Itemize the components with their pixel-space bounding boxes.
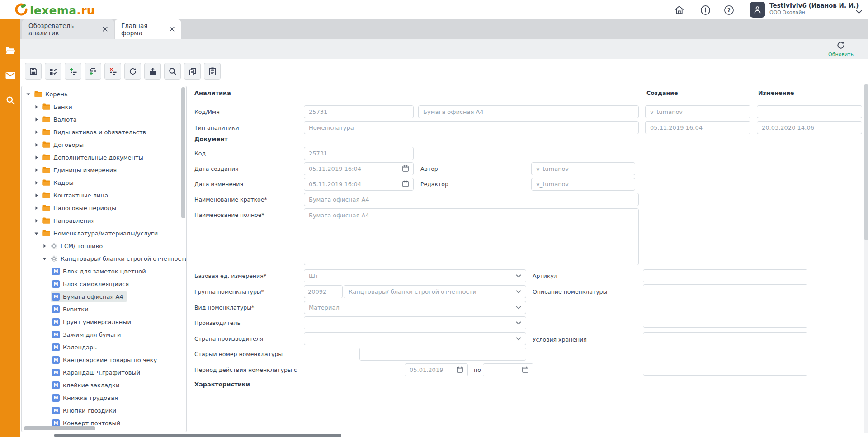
chevron-collapsed-icon[interactable]: [42, 244, 47, 248]
save-button[interactable]: [25, 63, 42, 80]
tab-main-form[interactable]: Главная форма: [115, 19, 181, 39]
chevron-collapsed-icon[interactable]: [34, 117, 39, 122]
tree-item[interactable]: Валюта: [22, 113, 181, 126]
storage-textarea[interactable]: [643, 332, 807, 376]
home-icon[interactable]: [674, 5, 684, 15]
refresh-button[interactable]: Обновить: [824, 40, 858, 57]
mail-icon[interactable]: [5, 70, 16, 81]
tree-item[interactable]: ГСМ/ топливо: [22, 240, 181, 252]
tree-item[interactable]: Налоговые периоды: [22, 202, 181, 214]
tree-item[interactable]: МКалендарь: [22, 341, 181, 353]
tree-item[interactable]: Виды активов и обязательств: [22, 126, 181, 138]
chevron-expanded-icon[interactable]: [26, 92, 31, 96]
select-elements-button[interactable]: [45, 63, 61, 80]
calendar-icon[interactable]: [457, 366, 463, 374]
tree-horizontal-scrollbar[interactable]: [24, 426, 95, 430]
refresh-button[interactable]: [124, 63, 141, 80]
chevron-collapsed-icon[interactable]: [34, 193, 39, 197]
tree-item[interactable]: МГрунт универсальный: [22, 315, 181, 328]
chevron-collapsed-icon[interactable]: [34, 143, 39, 147]
old-number-input[interactable]: [359, 348, 526, 361]
chevron-expanded-icon[interactable]: [42, 257, 47, 261]
close-icon[interactable]: [103, 27, 108, 32]
tree-item[interactable]: Единицы измерения: [22, 164, 181, 176]
tree-item[interactable]: МКарандаш ч.графитовый: [22, 366, 181, 379]
paste-button[interactable]: [204, 63, 221, 80]
calendar-icon[interactable]: [402, 180, 409, 188]
chevron-collapsed-icon[interactable]: [34, 181, 39, 185]
code-input[interactable]: 25731: [304, 105, 414, 118]
tree-item[interactable]: Кадры: [22, 176, 181, 189]
page-horizontal-scrollbar[interactable]: [54, 434, 341, 437]
doc-code-input[interactable]: 25731: [304, 147, 414, 160]
article-input[interactable]: [643, 269, 807, 282]
chevron-collapsed-icon[interactable]: [34, 206, 39, 210]
user-menu[interactable]: TestIvIvIv6 (Иванов И. И.) ООО Эколайн: [769, 2, 859, 16]
date-created-input[interactable]: 05.11.2019 16:04: [304, 162, 414, 175]
calendar-icon[interactable]: [522, 366, 528, 374]
tree-item[interactable]: Корень: [22, 88, 181, 100]
date-modified-input[interactable]: 05.11.2019 16:04: [304, 178, 414, 191]
tree-vertical-scrollbar[interactable]: [181, 87, 185, 218]
tree-item[interactable]: Мклейкие закладки: [22, 379, 181, 391]
tree-item[interactable]: МКнижка трудовая: [22, 391, 181, 404]
tree-item[interactable]: Дополнительные документы: [22, 151, 181, 164]
editor-input[interactable]: v_tumanov: [531, 178, 635, 191]
group-code-input[interactable]: 20092: [304, 285, 343, 298]
tree-item[interactable]: МБумага офисная А4: [22, 290, 181, 303]
tree-item[interactable]: МВизитки: [22, 303, 181, 315]
chevron-collapsed-icon[interactable]: [34, 130, 39, 134]
full-name-textarea[interactable]: Бумага офисная А4: [304, 208, 639, 265]
created-user-input[interactable]: v_tumanov: [645, 105, 750, 118]
info-icon[interactable]: [700, 5, 711, 15]
period-to-input[interactable]: [483, 363, 533, 376]
tree-item[interactable]: МЗажим для бумаги: [22, 328, 181, 341]
tree-item[interactable]: Контактные лица: [22, 189, 181, 202]
help-icon[interactable]: ?: [723, 5, 734, 15]
kind-select[interactable]: Материал: [304, 301, 526, 314]
tree-item[interactable]: Направления: [22, 214, 181, 227]
analytics-type-input[interactable]: Номенклатура: [304, 121, 639, 134]
name-input[interactable]: Бумага офисная А4: [418, 105, 639, 118]
author-input[interactable]: v_tumanov: [531, 162, 635, 175]
form-vertical-scrollbar[interactable]: [864, 84, 868, 433]
modified-user-input[interactable]: [757, 105, 862, 118]
tree-item[interactable]: Договоры: [22, 138, 181, 151]
group-select[interactable]: Канцтовары/ бланки строгой отчетности: [344, 285, 526, 298]
calendar-icon[interactable]: [402, 165, 409, 173]
chevron-collapsed-icon[interactable]: [34, 105, 39, 109]
created-date-input[interactable]: 05.11.2019 16:04: [645, 121, 750, 134]
tab-analytics-explorer[interactable]: Обозреватель аналитик: [22, 19, 114, 39]
chevron-collapsed-icon[interactable]: [34, 155, 39, 160]
delete-element-button[interactable]: [104, 63, 121, 80]
tree-item[interactable]: МКнопки-гвоздики: [22, 404, 181, 417]
country-select[interactable]: [304, 332, 526, 345]
copy-button[interactable]: [184, 63, 201, 80]
folder-icon[interactable]: [5, 45, 16, 56]
manufacturer-select[interactable]: [304, 316, 526, 329]
description-textarea[interactable]: [643, 284, 807, 328]
add-element-button[interactable]: [65, 63, 81, 80]
chevron-down-icon[interactable]: [856, 7, 862, 16]
short-name-input[interactable]: Бумага офисная А4: [304, 193, 639, 206]
element-icon: М: [52, 407, 60, 414]
import-button[interactable]: [144, 63, 161, 80]
chevron-expanded-icon[interactable]: [34, 231, 39, 235]
tree-item[interactable]: Номенклатура/материалы/услуги: [22, 227, 181, 240]
tree-item[interactable]: МБлок для заметок цветной: [22, 265, 181, 277]
chevron-collapsed-icon[interactable]: [34, 168, 39, 172]
search-icon[interactable]: [5, 95, 16, 106]
user-avatar[interactable]: [750, 2, 765, 18]
tree-item[interactable]: МКанцелярские товары по чеку: [22, 353, 181, 366]
tree-item[interactable]: Канцтовары/ бланки строгой отчетности: [22, 252, 181, 265]
tree-item[interactable]: Банки: [22, 100, 181, 113]
base-unit-select[interactable]: Шт: [304, 269, 526, 282]
modified-date-input[interactable]: 20.03.2020 14:06: [757, 121, 862, 134]
add-child-element-button[interactable]: [85, 63, 101, 80]
search-button[interactable]: [164, 63, 181, 80]
close-icon[interactable]: [170, 27, 175, 32]
chevron-collapsed-icon[interactable]: [34, 219, 39, 223]
period-from-input[interactable]: 05.01.2019: [405, 363, 468, 376]
lexema-logo[interactable]: lexema.ru: [14, 3, 95, 18]
tree-item[interactable]: МБлок самоклеящийся: [22, 277, 181, 290]
